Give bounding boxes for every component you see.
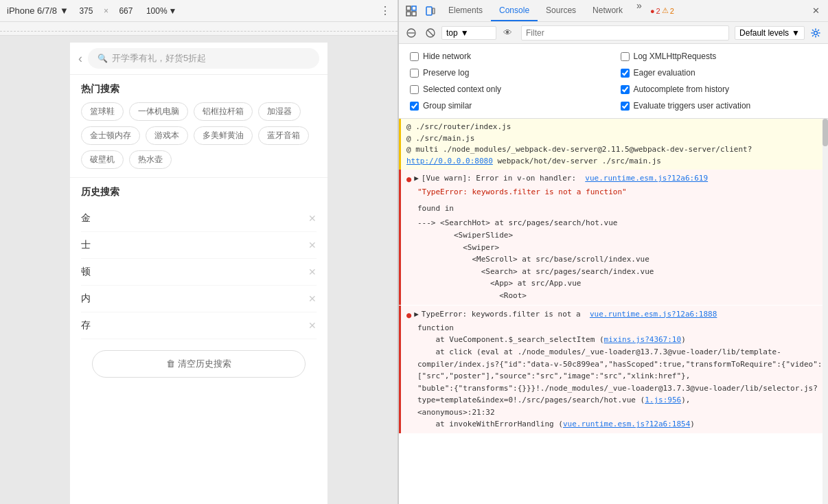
stop-button[interactable]: [422, 25, 439, 41]
console-settings-button[interactable]: [807, 25, 824, 41]
log-levels-selector[interactable]: Default levels ▼: [735, 26, 805, 40]
search-icon: 🔍: [97, 54, 108, 63]
webpack-server-link[interactable]: http://0.0.0.0:8080: [406, 157, 493, 165]
warn-triangle-icon: ⚠: [662, 6, 669, 15]
device-toolbar: iPhone 6/7/8 ▼ × 100% ▼ ⋮: [0, 0, 398, 22]
svg-rect-2: [406, 12, 411, 16]
error-message-1: [Vue warn]: Error in v-on handler: vue.r…: [422, 172, 708, 185]
width-input[interactable]: [74, 6, 98, 16]
console-output: @ ./src/router/index.js @ ./src/main.js …: [399, 119, 828, 504]
setting-evaluate-triggers: Evaluate triggers user activation: [621, 99, 818, 113]
error-at-3: <anonymous>:21:32: [417, 406, 823, 419]
history-item: 金 ✕: [81, 205, 317, 232]
warn-count: 2: [670, 7, 674, 15]
more-options-icon[interactable]: ⋮: [380, 4, 391, 17]
clear-console-button[interactable]: [403, 25, 419, 41]
eager-eval-checkbox[interactable]: [621, 69, 630, 78]
error-body-2: function at VueComponent.$_search_select…: [406, 322, 823, 431]
hot-tag[interactable]: 破壁机: [81, 150, 124, 169]
error-stack-1: ---> <SearchHot> at src/pages/search/hot…: [417, 217, 823, 301]
device-frame: ‹ 🔍 开学季有礼，好货5折起 热门搜索 篮球鞋 一体机电脑 铝框拉杆箱 加湿器…: [0, 36, 398, 504]
vue-runtime-link-1[interactable]: vue.runtime.esm.js?12a6:619: [585, 174, 708, 183]
scrollbar-track[interactable]: [823, 119, 828, 504]
filter-input[interactable]: [521, 25, 729, 41]
error-at-4: at invokeWithErrorHandling (vue.runtime.…: [417, 418, 823, 431]
autocomplete-label: Autocomplete from history: [634, 84, 729, 94]
hide-network-checkbox[interactable]: [410, 52, 419, 61]
hot-tag[interactable]: 蓝牙音箱: [258, 126, 309, 145]
svg-point-10: [814, 31, 818, 34]
inspect-icon[interactable]: [402, 1, 421, 21]
hot-tag[interactable]: 金士顿内存: [81, 126, 140, 145]
history-item: 内 ✕: [81, 286, 317, 312]
delete-history-icon[interactable]: ✕: [308, 266, 317, 277]
search-bar-area: ‹ 🔍 开学季有礼，好货5折起: [70, 43, 327, 75]
delete-history-icon[interactable]: ✕: [308, 213, 317, 224]
device-name-label: iPhone 6/7/8: [7, 5, 57, 16]
history-item: 士 ✕: [81, 232, 317, 259]
tab-sources[interactable]: Sources: [538, 0, 584, 21]
setting-group-similar: Group similar: [410, 99, 607, 113]
clear-history-button[interactable]: 🗑 清空历史搜索: [92, 350, 306, 378]
vue-runtime-link-2[interactable]: vue.runtime.esm.js?12a6:1888: [590, 310, 717, 319]
hot-tag[interactable]: 热水壶: [129, 150, 172, 169]
hot-tag[interactable]: 铝框拉杆箱: [194, 102, 253, 121]
error-at-2b: ["src","poster"],"source":"src","image":…: [417, 370, 823, 382]
preserve-log-checkbox[interactable]: [410, 69, 419, 78]
hot-tag[interactable]: 多美鲜黄油: [194, 126, 253, 145]
group-similar-checkbox[interactable]: [410, 102, 419, 111]
warn-badge: ⚠ 2: [662, 6, 674, 15]
console-error-block-1: ● ▶ [Vue warn]: Error in v-on handler: v…: [399, 170, 828, 305]
device-selector[interactable]: iPhone 6/7/8 ▼: [7, 5, 69, 16]
evaluate-triggers-label: Evaluate triggers user activation: [634, 101, 751, 111]
selected-context-label: Selected context only: [423, 84, 501, 94]
error-at-2d: type=template&index=0!./src/pages/search…: [417, 394, 823, 406]
vue-runtime-link-3[interactable]: vue.runtime.esm.js?12a6:1854: [563, 420, 690, 428]
height-input[interactable]: [114, 6, 138, 16]
hot-tag[interactable]: 篮球鞋: [81, 102, 124, 121]
devtools-close-button[interactable]: ✕: [806, 1, 825, 21]
scrollbar-thumb[interactable]: [823, 119, 828, 146]
autocomplete-checkbox[interactable]: [621, 85, 630, 94]
eye-icon[interactable]: 👁: [499, 25, 516, 41]
hot-tag[interactable]: 一体机电脑: [129, 102, 188, 121]
tab-console[interactable]: Console: [491, 0, 538, 21]
console-settings: Hide network Log XMLHttpRequests Preserv…: [399, 44, 828, 119]
error-expand-icon[interactable]: ▶: [414, 172, 419, 185]
svg-rect-3: [412, 12, 416, 16]
error-count: 2: [656, 7, 660, 15]
context-chevron: ▼: [461, 28, 469, 38]
device-toggle-icon[interactable]: [421, 1, 440, 21]
history-title: 历史搜索: [81, 186, 317, 198]
tab-elements[interactable]: Elements: [440, 0, 491, 21]
info-line-1: @ ./src/router/index.js: [406, 122, 823, 133]
selected-context-checkbox[interactable]: [410, 85, 419, 94]
delete-history-icon[interactable]: ✕: [308, 240, 317, 251]
delete-history-icon[interactable]: ✕: [308, 293, 317, 304]
hot-tag[interactable]: 加湿器: [258, 102, 301, 121]
log-xml-checkbox[interactable]: [621, 52, 630, 61]
zoom-selector[interactable]: 100% ▼: [146, 6, 177, 16]
tab-network[interactable]: Network: [584, 0, 631, 21]
evaluate-triggers-checkbox[interactable]: [621, 102, 630, 111]
context-selector[interactable]: top ▼: [441, 26, 496, 40]
mixins-link[interactable]: mixins.js?4367:10: [604, 335, 682, 344]
history-text: 顿: [81, 266, 91, 278]
error-badge: ● 2: [650, 7, 660, 15]
back-button[interactable]: ‹: [78, 51, 82, 66]
more-tabs-icon[interactable]: »: [631, 0, 647, 21]
delete-history-icon[interactable]: ✕: [308, 320, 317, 331]
device-chevron: ▼: [60, 5, 69, 16]
one-js-link[interactable]: 1.js:956: [645, 396, 681, 404]
error-header-2: ● ▶ TypeError: keywords.filter is not a …: [406, 308, 823, 322]
error-body-1: "TypeError: keywords.filter is not a fun…: [406, 186, 823, 301]
error-message-2: TypeError: keywords.filter is not a vue.…: [422, 308, 717, 321]
setting-log-xml: Log XMLHttpRequests: [621, 49, 818, 63]
hot-tag[interactable]: 游戏本: [146, 126, 188, 145]
setting-selected-context: Selected context only: [410, 82, 607, 96]
error-expand-icon-2[interactable]: ▶: [414, 308, 419, 321]
error-at-2: at click (eval at ./node_modules/_vue-lo…: [417, 346, 823, 370]
error-at-2c: "buble":{"transforms":{}}}!./node_module…: [417, 382, 823, 395]
search-input-box[interactable]: 🔍 开学季有礼，好货5折起: [88, 48, 319, 69]
error-detail-1: "TypeError: keywords.filter is not a fun…: [417, 186, 823, 198]
